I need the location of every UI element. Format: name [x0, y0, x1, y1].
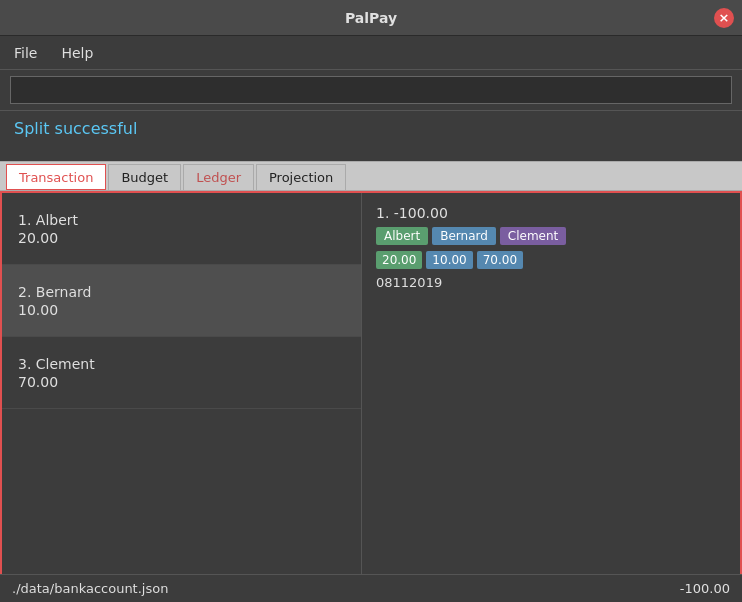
- total-value: -100.00: [680, 581, 730, 596]
- transaction-number: 1. -100.00: [376, 205, 726, 221]
- person-name-clement: 3. Clement: [18, 356, 345, 372]
- person-tags: Albert Bernard Clement: [376, 227, 726, 245]
- tag-albert: Albert: [376, 227, 428, 245]
- person-name-albert: 1. Albert: [18, 212, 345, 228]
- tab-budget[interactable]: Budget: [108, 164, 181, 190]
- tab-projection[interactable]: Projection: [256, 164, 346, 190]
- status-message: Split successful: [14, 119, 137, 138]
- amount-tag-albert: 20.00: [376, 251, 422, 269]
- transaction-details: 1. -100.00 Albert Bernard Clement 20.00 …: [362, 193, 740, 600]
- amount-tag-bernard: 10.00: [426, 251, 472, 269]
- person-item-bernard[interactable]: 2. Bernard 10.00: [2, 265, 361, 337]
- bottom-bar: ./data/bankaccount.json -100.00: [0, 574, 742, 602]
- amount-tag-clement: 70.00: [477, 251, 523, 269]
- file-path: ./data/bankaccount.json: [12, 581, 168, 596]
- search-input[interactable]: [10, 76, 732, 104]
- tab-ledger[interactable]: Ledger: [183, 164, 254, 190]
- tabs-bar: Transaction Budget Ledger Projection: [0, 161, 742, 191]
- transaction-date: 08112019: [376, 275, 726, 290]
- amount-tags: 20.00 10.00 70.00: [376, 251, 726, 269]
- menu-help[interactable]: Help: [57, 43, 97, 63]
- content-area: 1. Albert 20.00 2. Bernard 10.00 3. Clem…: [0, 191, 742, 602]
- tag-clement: Clement: [500, 227, 566, 245]
- window-title: PalPay: [345, 10, 397, 26]
- person-amount-albert: 20.00: [18, 230, 345, 246]
- person-amount-bernard: 10.00: [18, 302, 345, 318]
- menu-bar: File Help: [0, 36, 742, 70]
- search-bar-container: [0, 70, 742, 111]
- title-bar: PalPay ×: [0, 0, 742, 36]
- persons-list: 1. Albert 20.00 2. Bernard 10.00 3. Clem…: [2, 193, 362, 600]
- person-amount-clement: 70.00: [18, 374, 345, 390]
- status-area: Split successful: [0, 111, 742, 161]
- app-window: PalPay × File Help Split successful Tran…: [0, 0, 742, 602]
- tag-bernard: Bernard: [432, 227, 496, 245]
- menu-file[interactable]: File: [10, 43, 41, 63]
- close-button[interactable]: ×: [714, 8, 734, 28]
- tab-transaction[interactable]: Transaction: [6, 164, 106, 190]
- person-item-clement[interactable]: 3. Clement 70.00: [2, 337, 361, 409]
- tabs-section: Transaction Budget Ledger Projection 1. …: [0, 161, 742, 602]
- person-item-albert[interactable]: 1. Albert 20.00: [2, 193, 361, 265]
- person-name-bernard: 2. Bernard: [18, 284, 345, 300]
